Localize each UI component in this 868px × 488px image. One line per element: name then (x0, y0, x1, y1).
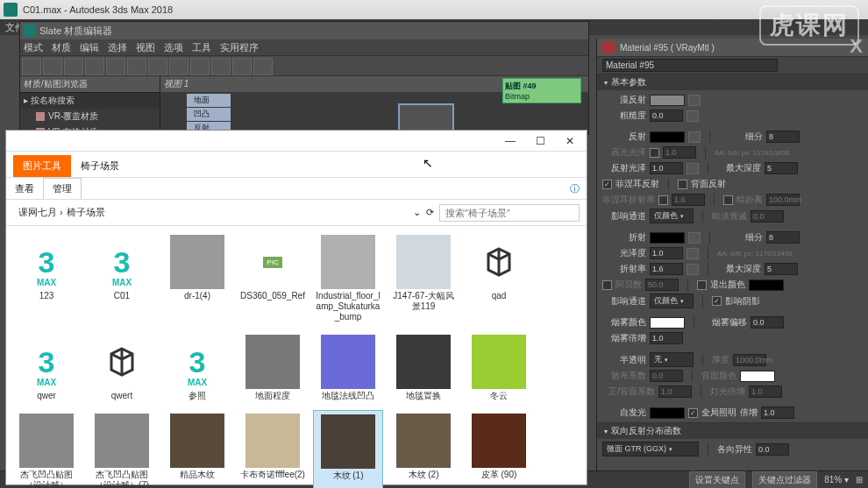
refresh-icon[interactable]: ⟳ (426, 207, 434, 218)
file-item[interactable]: 地毯法线凹凸 (313, 331, 383, 405)
refl-gloss-spinner[interactable]: 1.0 (650, 162, 683, 174)
affect-channel2-dropdown[interactable]: 仅颜色 (650, 294, 694, 308)
slate-titlebar[interactable]: Slate 材质编辑器 (20, 22, 588, 39)
dim-distance-checkbox[interactable] (723, 195, 733, 205)
toolbar-button[interactable] (253, 58, 273, 75)
toolbar-button[interactable] (106, 58, 125, 75)
brdf-type-dropdown[interactable]: 微面 GTR (GGX) (602, 442, 699, 456)
tree-item[interactable]: VR-覆盖材质 (20, 109, 160, 124)
help-icon[interactable]: ⓘ (563, 182, 587, 195)
output-slot[interactable]: 地面 (187, 94, 231, 107)
subdiv-spinner[interactable]: 8 (766, 131, 800, 143)
refl-gloss-map-button[interactable] (687, 163, 699, 174)
close-button[interactable]: ✕ (557, 132, 583, 150)
file-item[interactable]: 杰飞凹凸贴图（设计贼）(7) (87, 410, 157, 488)
file-grid[interactable]: MAX123MAXC01dr-1(4)PICDS360_059_RefIndus… (6, 226, 587, 488)
self-illum-swatch[interactable] (650, 407, 685, 419)
file-item[interactable]: qad (464, 231, 534, 326)
dim-distance-spinner[interactable]: 100.0mm (766, 194, 800, 206)
affect-shadow-checkbox[interactable] (712, 296, 722, 306)
file-item[interactable]: 木纹 (2) (388, 410, 459, 488)
roughness-map-button[interactable] (687, 110, 699, 122)
slate-menu-item[interactable]: 实用程序 (220, 41, 259, 54)
toolbar-button[interactable] (169, 58, 189, 75)
section-basic-params[interactable]: 基本参数 (597, 74, 868, 90)
file-item[interactable]: 冬云 (464, 331, 534, 405)
translucency-dropdown[interactable]: 无 (650, 352, 694, 367)
file-item[interactable]: PICDS360_059_Ref (238, 231, 308, 326)
fog-color-swatch[interactable] (650, 317, 685, 329)
toolbar-button[interactable] (211, 58, 231, 75)
manage-tab[interactable]: 管理 (43, 178, 82, 199)
toolbar-button[interactable] (127, 58, 146, 75)
max-depth-spinner[interactable]: 5 (765, 162, 798, 174)
file-item[interactable]: MAX参照 (162, 331, 232, 405)
fog-bias-spinner[interactable]: 0.0 (751, 316, 784, 329)
set-keyframe-button[interactable]: 设置关键点 (689, 471, 745, 489)
file-item[interactable]: MAX123 (11, 231, 82, 326)
back-reflect-checkbox[interactable] (678, 180, 687, 189)
explorer-titlebar[interactable]: — ☐ ✕ (6, 131, 587, 152)
ior-spinner[interactable]: 1.6 (650, 263, 683, 275)
diffuse-swatch[interactable] (650, 95, 685, 106)
toolbar-button[interactable] (148, 58, 167, 75)
slate-menu-item[interactable]: 编辑 (80, 41, 99, 54)
file-item[interactable]: qwert (87, 331, 157, 405)
slate-toolbar[interactable] (20, 55, 588, 76)
panel-header[interactable]: Material #95 ( VRayMtl ) (597, 39, 868, 57)
back-color-swatch[interactable] (740, 371, 775, 382)
slate-menu-item[interactable]: 材质 (52, 41, 71, 54)
scatter-spinner[interactable]: 0.0 (650, 370, 683, 382)
file-item[interactable]: MAXC01 (87, 231, 157, 326)
slate-menu-item[interactable]: 视图 (136, 41, 155, 54)
light-mult-spinner[interactable]: 1.0 (749, 385, 782, 398)
file-item[interactable]: 木纹 (1) (313, 410, 383, 488)
refract-swatch[interactable] (650, 232, 685, 244)
slate-menu-item[interactable]: 模式 (24, 41, 43, 54)
picture-tools-tab[interactable]: 图片工具 (13, 155, 71, 177)
hilight-lock[interactable] (650, 148, 659, 158)
refract-map-button[interactable] (688, 232, 701, 244)
slate-menu-item[interactable]: 工具 (192, 41, 211, 54)
gi-checkbox[interactable] (688, 408, 698, 418)
mult-spinner[interactable]: 1.0 (761, 407, 794, 419)
abbe-spinner[interactable]: 50.0 (645, 279, 679, 291)
slate-canvas[interactable]: 视图 1 地面 凹凸 反射 光泽 粗糙 发光 贴图 #49 Bitmap (160, 76, 588, 134)
toolbar-button[interactable] (43, 58, 62, 75)
refr-max-depth-spinner[interactable]: 5 (765, 263, 798, 275)
exit-color-checkbox[interactable] (697, 280, 707, 290)
breadcrumb[interactable]: 课网七月 › 椅子场景 (13, 203, 408, 222)
toolbar-button[interactable] (22, 58, 41, 75)
abbe-checkbox[interactable] (602, 280, 612, 290)
material-name-input[interactable] (602, 59, 778, 72)
file-item[interactable]: dr-1(4) (162, 231, 232, 326)
glossiness-spinner[interactable]: 1.0 (650, 247, 683, 259)
viewport-nav-icon[interactable]: ⊞ (856, 475, 863, 484)
file-item[interactable]: 地毯置换 (388, 331, 459, 405)
panel-close-icon[interactable] (602, 41, 615, 53)
file-item[interactable]: 皮革 (90) (464, 410, 534, 488)
toolbar-button[interactable] (232, 58, 252, 75)
hilight-spinner[interactable]: 1.0 (663, 146, 696, 159)
bitmap-node[interactable]: 贴图 #49 Bitmap (502, 78, 581, 103)
fog-mult-spinner[interactable]: 1.0 (650, 332, 683, 344)
ior-map-button[interactable] (687, 264, 699, 275)
anisotropy-spinner[interactable]: 0.0 (756, 443, 789, 456)
toolbar-button[interactable] (64, 58, 83, 75)
slate-menu-item[interactable]: 选项 (164, 41, 183, 54)
toolbar-button[interactable] (190, 58, 210, 75)
diffuse-map-button[interactable] (688, 95, 701, 106)
maximize-button[interactable]: ☐ (527, 132, 553, 150)
browser-search[interactable]: ▸ 按名称搜索 (20, 93, 160, 109)
file-item[interactable]: 卡布奇诺ffffee(2) (238, 410, 308, 488)
file-item[interactable]: J147-67-大幅风景119 (388, 231, 459, 326)
explorer-address-bar[interactable]: 课网七月 › 椅子场景 ⌄ ⟳ (6, 200, 587, 226)
file-item[interactable]: 地面程度 (238, 331, 308, 405)
affect-channel-dropdown[interactable]: 仅颜色 (650, 209, 694, 223)
search-input[interactable] (439, 204, 580, 222)
view-tab[interactable]: 查看 (6, 180, 43, 198)
zoom-level[interactable]: 81% ▾ (824, 475, 849, 484)
output-slot[interactable]: 凹凸 (187, 108, 231, 121)
slate-menu-item[interactable]: 选择 (108, 41, 127, 54)
key-filter-button[interactable]: 关键点过滤器 (752, 471, 817, 489)
